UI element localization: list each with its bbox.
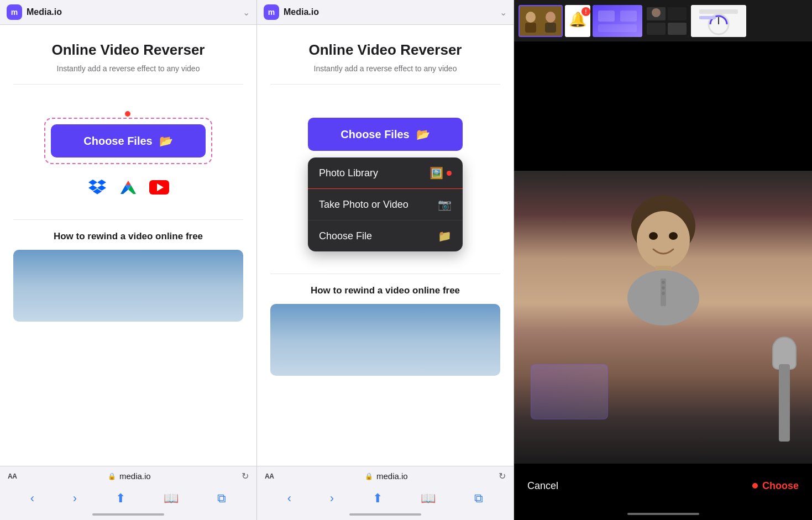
upload-area-2: Choose Files 📂 Photo Library 🖼️ Take Pho…: [270, 96, 500, 262]
back-icon-2[interactable]: ‹: [287, 491, 291, 506]
how-to-section-1: How to rewind a video online free: [13, 231, 243, 327]
share-icon-2[interactable]: ⬆: [373, 491, 383, 506]
separator-3: [270, 84, 500, 85]
photo-library-icon: 🖼️: [429, 166, 452, 180]
how-to-section-2: How to rewind a video online free: [270, 285, 500, 381]
back-icon-1[interactable]: ‹: [30, 491, 34, 506]
url-text-2: media.io: [376, 471, 408, 481]
bookmarks-icon-2[interactable]: 📖: [421, 491, 436, 506]
brand-name-1: Media.io: [27, 7, 62, 17]
choose-button[interactable]: Choose: [752, 480, 799, 492]
chevron-down-icon-1[interactable]: ⌄: [243, 7, 250, 18]
video-panel: 🔔 !: [514, 0, 812, 520]
address-bar-2: AA 🔒 media.io ↻: [257, 466, 514, 486]
svg-text:!: !: [585, 9, 586, 15]
choose-red-dot: [752, 483, 758, 489]
choose-files-button-1[interactable]: Choose Files 📂: [51, 124, 206, 157]
share-icon-1[interactable]: ⬆: [116, 491, 125, 506]
lock-icon-2: 🔒: [365, 472, 373, 480]
thumbnail-meeting[interactable]: [645, 5, 689, 37]
page-subtitle-2: Instantly add a reverse effect to any vi…: [314, 64, 457, 73]
forward-icon-1[interactable]: ›: [73, 491, 77, 506]
thumbnail-dashboard[interactable]: [691, 5, 746, 37]
youtube-icon[interactable]: [149, 177, 169, 197]
page-title-1: Online Video Reverser: [52, 41, 205, 59]
file-source-dropdown: Photo Library 🖼️ Take Photo or Video 📷 C…: [308, 157, 463, 251]
svg-point-37: [662, 292, 665, 295]
folder-icon-2: 📂: [416, 128, 430, 141]
choose-files-button-2[interactable]: Choose Files 📂: [308, 118, 463, 151]
refresh-icon-1[interactable]: ↻: [242, 471, 249, 481]
bookmarks-icon-1[interactable]: 📖: [164, 491, 179, 506]
video-thumbnail-2[interactable]: [270, 304, 500, 376]
svg-point-19: [652, 8, 661, 17]
upload-area-1: Choose Files 📂: [13, 96, 243, 208]
svg-rect-15: [620, 10, 637, 22]
dropbox-icon[interactable]: [87, 177, 107, 197]
svg-point-31: [669, 232, 678, 240]
tabs-icon-2[interactable]: ⧉: [474, 491, 483, 506]
video-thumbnail-1[interactable]: [13, 250, 243, 322]
svg-rect-22: [668, 23, 687, 35]
service-icons-1: [87, 177, 169, 197]
bottom-bar-1: AA 🔒 media.io ↻ ‹ › ⬆ 📖 ⧉: [0, 466, 256, 520]
home-bar-1: [92, 513, 164, 516]
person-silhouette: [514, 171, 812, 464]
url-bar-1[interactable]: 🔒 media.io: [23, 471, 236, 481]
browser-chrome-2: m Media.io ⌄: [257, 0, 514, 25]
folder-icon-1: 📂: [159, 134, 173, 148]
svg-rect-27: [699, 16, 716, 19]
bottom-controls: Cancel Choose: [514, 464, 812, 508]
how-to-title-2: How to rewind a video online free: [270, 285, 500, 296]
aa-text-1: AA: [8, 472, 17, 480]
home-bar-2: [349, 513, 421, 516]
svg-rect-3: [518, 5, 563, 37]
dropdown-item-choose-file[interactable]: Choose File 📁: [308, 220, 463, 251]
camera-label: Take Photo or Video: [319, 199, 408, 211]
separator-4: [270, 274, 500, 274]
nav-bar-2: ‹ › ⬆ 📖 ⧉: [257, 486, 514, 509]
url-bar-2[interactable]: 🔒 media.io: [280, 471, 493, 481]
forward-icon-2[interactable]: ›: [330, 491, 334, 506]
tabs-icon-1[interactable]: ⧉: [217, 491, 226, 506]
svg-point-29: [637, 211, 690, 269]
microphone-stand: [779, 364, 790, 442]
google-drive-icon[interactable]: [118, 177, 138, 197]
svg-point-36: [662, 286, 665, 290]
photo-library-red-dot: [447, 171, 452, 176]
phone-panel-1: m Media.io ⌄ Online Video Reverser Insta…: [0, 0, 257, 520]
media-io-logo-icon: m: [7, 4, 22, 20]
svg-rect-5: [525, 23, 536, 33]
url-text-1: media.io: [119, 471, 151, 481]
separator-1: [13, 84, 243, 85]
chevron-down-icon-2[interactable]: ⌄: [500, 7, 507, 18]
brand-logo-1: m Media.io: [7, 4, 62, 20]
page-title-2: Online Video Reverser: [309, 41, 462, 59]
choose-file-icon: 📁: [438, 229, 452, 243]
refresh-icon-2[interactable]: ↻: [499, 471, 506, 481]
how-to-title-1: How to rewind a video online free: [13, 231, 243, 242]
brand-name-2: Media.io: [284, 7, 319, 17]
svg-point-30: [649, 232, 658, 240]
brand-logo-2: m Media.io: [264, 4, 319, 20]
thumbnails-strip: 🔔 !: [514, 0, 812, 41]
cancel-button[interactable]: Cancel: [527, 480, 558, 492]
browser-chrome-1: m Media.io ⌄: [0, 0, 256, 25]
aa-text-2: AA: [265, 472, 274, 480]
red-notification-dot-1: [125, 111, 130, 117]
thumbnail-people[interactable]: [518, 5, 563, 37]
separator-2: [13, 219, 243, 220]
thumbnail-notification[interactable]: 🔔 !: [565, 5, 590, 37]
dropdown-item-photo-library[interactable]: Photo Library 🖼️: [308, 157, 463, 189]
svg-rect-14: [598, 10, 615, 22]
page-subtitle-1: Instantly add a reverse effect to any vi…: [57, 64, 200, 73]
video-person-area: [514, 171, 812, 464]
choose-label: Choose: [762, 480, 799, 492]
svg-rect-16: [598, 24, 637, 32]
svg-rect-21: [647, 23, 666, 35]
video-black-area: [514, 41, 812, 163]
thumbnail-purple[interactable]: [593, 5, 642, 37]
bottom-home-indicator: [514, 508, 812, 520]
dropdown-item-camera[interactable]: Take Photo or Video 📷: [308, 189, 463, 220]
svg-rect-20: [668, 7, 687, 20]
